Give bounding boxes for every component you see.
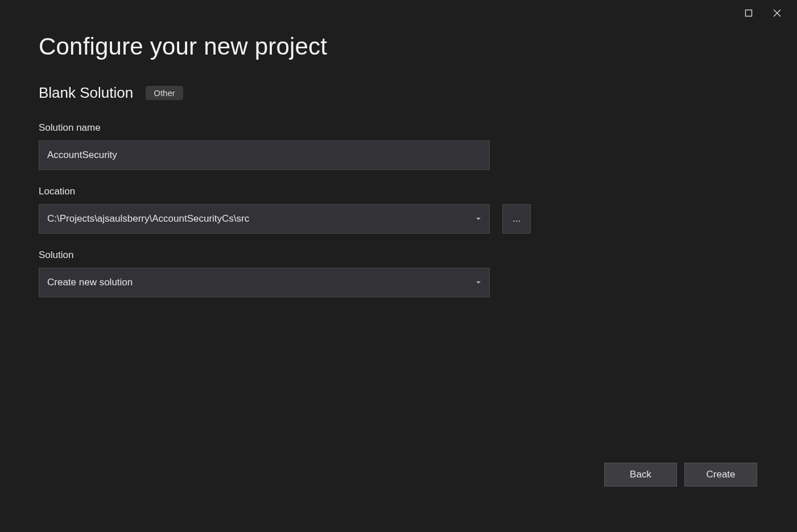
page-title: Configure your new project xyxy=(39,33,758,60)
solution-value: Create new solution xyxy=(47,277,133,288)
location-group: Location C:\Projects\ajsaulsberry\Accoun… xyxy=(39,186,758,234)
main-content: Configure your new project Blank Solutio… xyxy=(0,0,797,297)
svg-rect-0 xyxy=(746,10,752,16)
solution-name-group: Solution name xyxy=(39,122,758,170)
back-button[interactable]: Back xyxy=(604,463,677,487)
location-value: C:\Projects\ajsaulsberry\AccountSecurity… xyxy=(47,213,249,225)
solution-name-label: Solution name xyxy=(39,122,758,134)
solution-label: Solution xyxy=(39,250,758,261)
location-label: Location xyxy=(39,186,758,197)
template-name: Blank Solution xyxy=(39,84,133,102)
browse-button[interactable]: ... xyxy=(502,204,531,234)
maximize-icon xyxy=(745,9,753,17)
solution-group: Solution Create new solution xyxy=(39,250,758,297)
chevron-down-icon xyxy=(476,216,481,222)
location-combo[interactable]: C:\Projects\ajsaulsberry\AccountSecurity… xyxy=(39,204,490,234)
chevron-down-icon xyxy=(476,280,481,285)
close-icon xyxy=(773,9,781,17)
solution-combo[interactable]: Create new solution xyxy=(39,268,490,297)
solution-name-input[interactable] xyxy=(39,140,490,170)
footer: Back Create xyxy=(604,463,757,487)
template-tag: Other xyxy=(146,86,183,100)
titlebar xyxy=(736,0,797,26)
maximize-button[interactable] xyxy=(736,0,762,26)
template-info: Blank Solution Other xyxy=(39,84,758,102)
close-button[interactable] xyxy=(764,0,790,26)
create-button[interactable]: Create xyxy=(684,463,757,487)
